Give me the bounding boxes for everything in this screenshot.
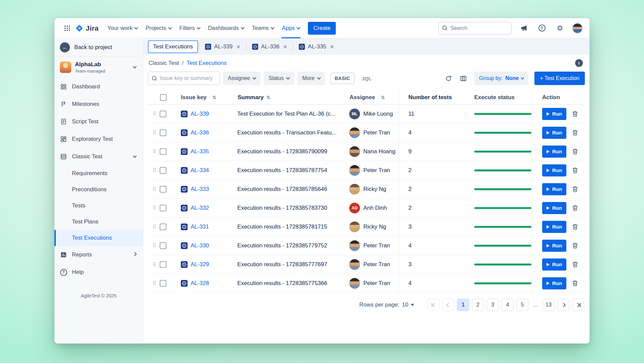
table-row[interactable]: ⠿ AL-328 Execution results - 17283857753… xyxy=(148,274,585,293)
issue-key-link[interactable]: AL-330 xyxy=(191,242,209,249)
sidebar-subitem-test-executions[interactable]: Test Executions xyxy=(54,230,143,246)
sort-icon[interactable]: ⇅ xyxy=(266,95,270,100)
issue-search-input[interactable] xyxy=(160,75,216,81)
assignee-filter-button[interactable]: Assignee xyxy=(223,72,260,85)
page-button-3[interactable]: 3 xyxy=(487,299,499,311)
issue-key-link[interactable]: AL-328 xyxy=(191,280,209,287)
tab-al-336[interactable]: AL-336 × xyxy=(247,43,292,50)
issue-key-link[interactable]: AL-332 xyxy=(191,205,209,211)
delete-icon[interactable] xyxy=(572,129,578,136)
sidebar-item-script-test[interactable]: Script Test xyxy=(54,113,143,130)
close-icon[interactable]: × xyxy=(330,43,334,50)
delete-icon[interactable] xyxy=(572,280,578,287)
drag-handle-icon[interactable]: ⠿ xyxy=(153,224,156,229)
run-button[interactable]: Run xyxy=(542,277,566,289)
project-switcher[interactable]: AlphaLab Team-managed xyxy=(54,56,143,78)
drag-handle-icon[interactable]: ⠿ xyxy=(153,262,156,267)
column-header-summary[interactable]: Summary⇅ xyxy=(234,90,345,104)
status-filter-button[interactable]: Status xyxy=(264,72,294,85)
drag-handle-icon[interactable]: ⠿ xyxy=(153,168,156,173)
page-button-13[interactable]: 13 xyxy=(542,299,555,311)
delete-icon[interactable] xyxy=(572,261,578,268)
tab-test-executions[interactable]: Test Executions xyxy=(148,40,198,53)
run-button[interactable]: Run xyxy=(542,240,566,252)
issue-key-link[interactable]: AL-333 xyxy=(191,186,209,193)
nav-your-work[interactable]: Your work xyxy=(103,18,142,38)
sidebar-item-exploratory-test[interactable]: Exploratory Test xyxy=(54,130,143,148)
delete-icon[interactable] xyxy=(572,148,578,155)
run-button[interactable]: Run xyxy=(542,164,566,176)
delete-icon[interactable] xyxy=(572,167,578,174)
issue-search[interactable] xyxy=(148,72,220,85)
tab-al-335[interactable]: AL-335 × xyxy=(294,43,339,50)
table-row[interactable]: ⠿ AL-334 Execution results - 17283857877… xyxy=(148,161,585,180)
table-row[interactable]: ⠿ AL-332 Execution results - 17283857837… xyxy=(148,199,585,217)
add-test-execution-button[interactable]: + Test Execution xyxy=(534,72,585,85)
previous-page-button[interactable] xyxy=(442,299,454,311)
issue-key-link[interactable]: AL-339 xyxy=(191,111,209,117)
close-icon[interactable]: × xyxy=(236,43,240,50)
breadcrumb-current[interactable]: Test Executions xyxy=(187,60,227,67)
sidebar-item-reports[interactable]: Reports xyxy=(54,246,143,264)
delete-icon[interactable] xyxy=(572,224,578,230)
run-button[interactable]: Run xyxy=(542,221,566,233)
jql-mode-toggle[interactable]: JQL xyxy=(362,76,371,81)
basic-mode-toggle[interactable]: BASIC xyxy=(330,73,355,84)
drag-handle-icon[interactable]: ⠿ xyxy=(153,205,156,210)
row-checkbox[interactable] xyxy=(160,280,166,287)
nav-filters[interactable]: Filters xyxy=(175,18,204,38)
jira-logo[interactable]: Jira xyxy=(75,24,98,32)
select-all-checkbox[interactable] xyxy=(160,94,167,101)
run-button[interactable]: Run xyxy=(542,258,566,271)
table-row[interactable]: ⠿ AL-331 Execution results - 17283857817… xyxy=(148,217,585,236)
table-row[interactable]: ⠿ AL-339 Test Execution for Test Plan AL… xyxy=(148,105,585,123)
delete-icon[interactable] xyxy=(572,242,578,249)
delete-icon[interactable] xyxy=(572,205,578,211)
sort-icon[interactable]: ⇅ xyxy=(212,95,216,100)
table-row[interactable]: ⠿ AL-329 Execution results - 17283857776… xyxy=(148,255,585,274)
drag-handle-icon[interactable]: ⠿ xyxy=(153,111,156,116)
nav-dashboards[interactable]: Dashboards xyxy=(204,18,248,38)
first-page-button[interactable] xyxy=(428,299,440,311)
info-icon[interactable]: i xyxy=(575,59,583,67)
group-by-dropdown[interactable]: Group by: None xyxy=(474,72,528,85)
issue-key-link[interactable]: AL-334 xyxy=(191,167,209,174)
global-search-input[interactable] xyxy=(450,25,508,31)
sort-icon[interactable]: ⇅ xyxy=(381,95,385,100)
drag-handle-icon[interactable]: ⠿ xyxy=(153,130,156,135)
create-button[interactable]: Create xyxy=(308,22,336,35)
close-icon[interactable]: × xyxy=(283,43,287,50)
page-button-2[interactable]: 2 xyxy=(472,299,484,311)
column-header-assignee[interactable]: Assignee⇅ xyxy=(345,90,399,104)
sidebar-item-classic-test[interactable]: Classic Test xyxy=(54,148,143,165)
nav-apps[interactable]: Apps xyxy=(278,18,304,38)
row-checkbox[interactable] xyxy=(160,261,166,268)
help-icon[interactable]: ? xyxy=(536,22,548,34)
row-checkbox[interactable] xyxy=(160,129,166,136)
run-button[interactable]: Run xyxy=(542,183,566,195)
row-checkbox[interactable] xyxy=(160,148,166,155)
delete-icon[interactable] xyxy=(572,111,578,117)
user-avatar[interactable] xyxy=(572,23,583,34)
row-checkbox[interactable] xyxy=(160,186,166,193)
table-row[interactable]: ⠿ AL-333 Execution results - 17283857856… xyxy=(148,180,585,199)
page-button-4[interactable]: 4 xyxy=(501,299,514,311)
nav-projects[interactable]: Projects xyxy=(142,18,175,38)
sidebar-subitem-requirements[interactable]: Requirements xyxy=(54,165,143,182)
nav-teams[interactable]: Teams xyxy=(248,18,278,38)
next-page-button[interactable] xyxy=(557,299,569,311)
run-button[interactable]: Run xyxy=(542,146,566,158)
rows-per-page-select[interactable]: 10 xyxy=(402,301,414,308)
sidebar-item-dashboard[interactable]: Dashboard xyxy=(54,78,143,95)
more-filter-button[interactable]: More xyxy=(297,72,325,85)
refresh-icon[interactable] xyxy=(443,73,454,84)
run-button[interactable]: Run xyxy=(542,127,566,139)
sidebar-item-help[interactable]: ? Help xyxy=(54,264,143,281)
columns-icon[interactable] xyxy=(457,73,469,84)
delete-icon[interactable] xyxy=(572,186,578,193)
row-checkbox[interactable] xyxy=(160,167,166,174)
drag-handle-icon[interactable]: ⠿ xyxy=(153,149,156,154)
issue-key-link[interactable]: AL-329 xyxy=(191,261,209,268)
row-checkbox[interactable] xyxy=(160,224,166,230)
table-row[interactable]: ⠿ AL-335 Execution results - 17283857900… xyxy=(148,142,585,161)
